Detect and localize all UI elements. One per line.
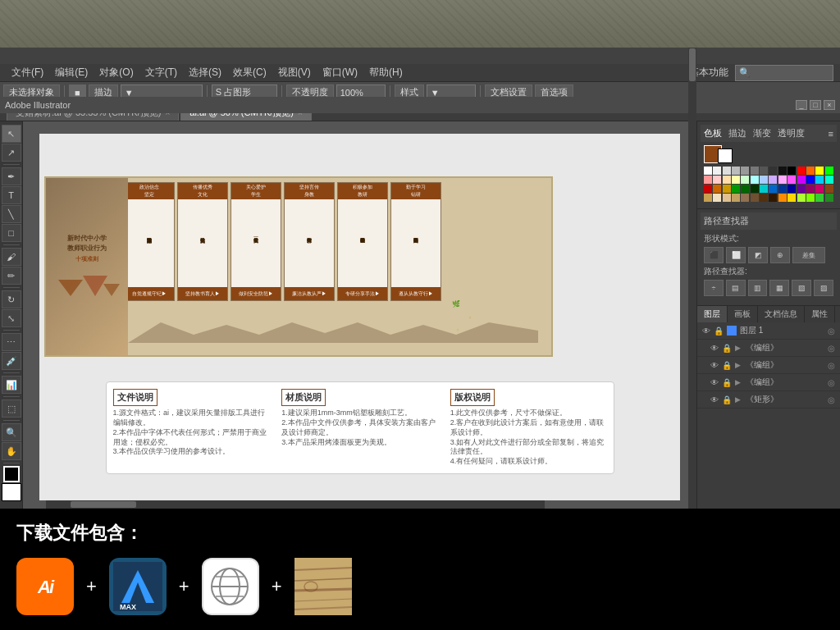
group-1-lock[interactable]: 🔒 [722,344,732,353]
menu-help[interactable]: 帮助(H) [364,64,408,81]
group-2-visibility[interactable]: 👁 [710,361,719,370]
swatch-gray7[interactable] [778,167,787,175]
swatch-cyan[interactable] [815,176,824,184]
swatch-red[interactable] [797,167,806,175]
minimize-button[interactable]: _ [796,100,807,110]
rect-visibility[interactable]: 👁 [710,395,719,404]
swatch-peach[interactable] [723,176,731,184]
swatch-wheat[interactable] [723,194,731,202]
swatch-purple[interactable] [797,176,806,184]
swatch-cornflower[interactable] [769,185,777,193]
swatch-blue[interactable] [806,176,815,184]
swatch-teal[interactable] [825,176,833,184]
swatch-lightcyan[interactable] [751,176,759,184]
exclude-btn[interactable]: ⊕ [770,247,790,263]
pen-tool[interactable]: ✒ [2,167,21,185]
tab-gradient[interactable]: 渐变 [753,127,771,139]
swatch-gray5[interactable] [760,167,768,175]
group-2-expand[interactable]: ▶ [735,361,741,369]
swatch-maroon[interactable] [806,185,815,193]
panel-menu-icon[interactable]: ≡ [829,129,833,139]
swatch-green[interactable] [825,167,833,175]
menu-window[interactable]: 窗口(W) [317,64,363,81]
swatch-gold[interactable] [723,185,731,193]
expand-btn[interactable]: 差集 [792,247,825,263]
right-scrollbar[interactable] [688,121,696,509]
swatch-magenta[interactable] [788,176,796,184]
pencil-tool[interactable]: ✏ [2,267,21,285]
h-scrollbar-thumb[interactable] [71,501,136,508]
maximize-button[interactable]: □ [810,100,821,110]
layer-group-1[interactable]: 👁 🔒 ▶ 《编组》 ◎ [697,340,840,357]
swatch-darkbrown[interactable] [760,194,768,202]
swatch-lightyellow[interactable] [732,176,740,184]
layer-rect[interactable]: 👁 🔒 ▶ 《矩形》 ◎ [697,391,840,409]
swatch-darkorange2[interactable] [778,194,787,202]
group-1-expand[interactable]: ▶ [735,344,741,352]
group-1-visibility[interactable]: 👁 [710,344,719,353]
swatch-greenyellow[interactable] [797,194,806,202]
swatch-tan[interactable] [704,194,712,202]
hand-tool[interactable]: ✋ [2,442,21,460]
swatch-deepgreen[interactable] [741,185,749,193]
swatch-white[interactable] [704,167,712,175]
direct-select-tool[interactable]: ↗ [2,144,21,162]
paintbrush-tool[interactable]: 🖌 [2,248,21,266]
group-3-lock[interactable]: 🔒 [722,378,732,387]
trim-btn[interactable]: ▤ [726,280,746,296]
eyedropper-tool[interactable]: 💉 [2,352,21,370]
menu-effect[interactable]: 效果(C) [228,64,272,81]
rect-expand[interactable]: ▶ [735,395,741,404]
type-tool[interactable]: T [2,186,21,204]
group-2-lock[interactable]: 🔒 [722,361,732,370]
swatch-gray6[interactable] [769,167,777,175]
swatch-gray2[interactable] [732,167,740,175]
tab-stroke[interactable]: 描边 [728,127,746,139]
swatch-gray3[interactable] [741,167,749,175]
swatch-darkestbrown[interactable] [769,194,777,202]
rect-lock[interactable]: 🔒 [722,395,732,404]
crop-btn[interactable]: ▦ [769,280,789,296]
doc-info-tab[interactable]: 文档信息 [758,306,805,322]
swatch-lightgray[interactable] [713,167,721,175]
unite-btn[interactable]: ⬛ [704,247,724,263]
swatch-darkcyan[interactable] [760,185,768,193]
swatch-umber[interactable] [741,194,749,202]
swatch-darkorange[interactable] [713,185,721,193]
rotate-tool[interactable]: ↻ [2,290,21,308]
swatch-darkblue[interactable] [788,185,796,193]
artboards-tab[interactable]: 画板 [728,306,758,322]
menu-view[interactable]: 视图(V) [273,64,316,81]
swatch-lightpink[interactable] [713,176,721,184]
swatch-gray4[interactable] [751,167,759,175]
swatch-lightgreen[interactable] [741,176,749,184]
line-tool[interactable]: ╲ [2,205,21,223]
zoom-tool[interactable]: 🔍 [2,423,21,441]
menu-object[interactable]: 对象(O) [94,64,138,81]
swatch-darkgreen[interactable] [732,185,740,193]
shape-tool[interactable]: □ [2,224,21,242]
select-tool[interactable]: ↖ [2,125,21,143]
group-3-expand[interactable]: ▶ [735,378,741,386]
swatch-crimson[interactable] [815,185,824,193]
swatch-darkred[interactable] [704,185,712,193]
menu-file[interactable]: 文件(F) [7,64,48,81]
stroke-color[interactable] [2,483,21,501]
search-bar[interactable]: 🔍 [735,65,833,81]
merge-btn[interactable]: ▥ [748,280,768,296]
swatch-gray1[interactable] [723,167,731,175]
swatch-sand[interactable] [732,194,740,202]
swatch-lightblue[interactable] [760,176,768,184]
swatch-lightmagenta[interactable] [778,176,787,184]
minus-back-btn[interactable]: ▨ [814,280,833,296]
fill-color[interactable] [3,466,20,482]
swatch-sepia[interactable] [751,194,759,202]
tab-swatches[interactable]: 色板 [704,127,722,139]
horizontal-scrollbar[interactable] [46,500,545,509]
swatch-black[interactable] [788,167,796,175]
intersect-btn[interactable]: ◩ [748,247,768,263]
properties-tab[interactable]: 属性 [805,306,835,322]
swatch-chartreuse[interactable] [806,194,815,202]
swatch-cream[interactable] [713,194,721,202]
group-3-visibility[interactable]: 👁 [710,378,719,387]
